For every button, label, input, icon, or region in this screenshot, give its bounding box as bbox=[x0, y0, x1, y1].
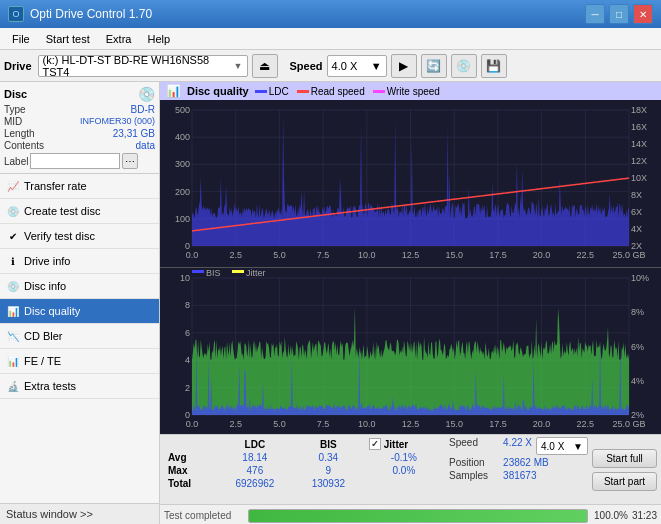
nav-items: 📈 Transfer rate 💿 Create test disc ✔ Ver… bbox=[0, 174, 159, 503]
avg-bis: 0.34 bbox=[294, 451, 363, 464]
position-value: 23862 MB bbox=[503, 457, 549, 468]
nav-disc-quality[interactable]: 📊 Disc quality bbox=[0, 299, 159, 324]
charts-wrapper bbox=[160, 100, 661, 434]
tool-icon-1[interactable]: 🔄 bbox=[421, 54, 447, 78]
legend-ldc: LDC bbox=[255, 86, 289, 97]
app-title: Opti Drive Control 1.70 bbox=[30, 7, 152, 21]
stats-bar: LDC BIS Jitter Avg 18.14 0.34 bbox=[160, 434, 661, 504]
menu-help[interactable]: Help bbox=[139, 31, 178, 47]
speed-selector[interactable]: 4.0 X ▼ bbox=[327, 55, 387, 77]
title-bar: O Opti Drive Control 1.70 ─ □ ✕ bbox=[0, 0, 661, 28]
nav-cd-bler[interactable]: 📉 CD Bler bbox=[0, 324, 159, 349]
stats-speed-select-value: 4.0 X bbox=[541, 441, 564, 452]
nav-disc-quality-label: Disc quality bbox=[24, 305, 80, 317]
cd-bler-icon: 📉 bbox=[6, 329, 20, 343]
speed-row: Speed 4.22 X 4.0 X ▼ bbox=[449, 437, 588, 455]
drive-info-icon: ℹ bbox=[6, 254, 20, 268]
status-window-button[interactable]: Status window >> bbox=[0, 503, 159, 524]
speed-dropdown-arrow: ▼ bbox=[371, 60, 382, 72]
bottom-chart bbox=[160, 267, 661, 435]
stats-avg-row: Avg 18.14 0.34 -0.1% bbox=[164, 451, 445, 464]
disc-quality-icon: 📊 bbox=[6, 304, 20, 318]
total-bis: 130932 bbox=[294, 477, 363, 490]
legend-write-speed-dot bbox=[373, 90, 385, 93]
progress-percent: 100.0% bbox=[592, 510, 628, 521]
nav-fe-te-label: FE / TE bbox=[24, 355, 61, 367]
total-jitter bbox=[363, 477, 445, 490]
stats-col-bis: BIS bbox=[294, 437, 363, 451]
status-text: Test completed bbox=[164, 510, 244, 521]
nav-create-test-disc[interactable]: 💿 Create test disc bbox=[0, 199, 159, 224]
eject-button[interactable]: ⏏ bbox=[252, 54, 278, 78]
stats-speed-dropdown-arrow: ▼ bbox=[573, 441, 583, 452]
position-label: Position bbox=[449, 457, 499, 468]
jitter-checkbox[interactable] bbox=[369, 438, 381, 450]
nav-verify-test-disc[interactable]: ✔ Verify test disc bbox=[0, 224, 159, 249]
legend-ldc-label: LDC bbox=[269, 86, 289, 97]
disc-label-row: Label ⋯ bbox=[4, 153, 155, 169]
total-ldc: 6926962 bbox=[216, 477, 294, 490]
start-part-button[interactable]: Start part bbox=[592, 472, 657, 491]
status-window-label: Status window >> bbox=[6, 508, 93, 520]
progress-bar bbox=[248, 509, 588, 523]
main-content: Disc 💿 Type BD-R MID INFOMER30 (000) Len… bbox=[0, 82, 661, 524]
extra-tests-icon: 🔬 bbox=[6, 379, 20, 393]
disc-label-button[interactable]: ⋯ bbox=[122, 153, 138, 169]
bottom-chart-canvas bbox=[160, 268, 661, 435]
nav-transfer-rate[interactable]: 📈 Transfer rate bbox=[0, 174, 159, 199]
samples-row: Samples 381673 bbox=[449, 470, 588, 481]
drive-selector[interactable]: (k:) HL-DT-ST BD-RE WH16NS58 TST4 ▼ bbox=[38, 55, 248, 77]
menu-file[interactable]: File bbox=[4, 31, 38, 47]
disc-label-input[interactable] bbox=[30, 153, 120, 169]
save-button[interactable]: 💾 bbox=[481, 54, 507, 78]
menu-start-test[interactable]: Start test bbox=[38, 31, 98, 47]
max-ldc: 476 bbox=[216, 464, 294, 477]
drive-dropdown-arrow: ▼ bbox=[234, 61, 243, 71]
menu-bar: File Start test Extra Help bbox=[0, 28, 661, 50]
legend-ldc-dot bbox=[255, 90, 267, 93]
stats-speed-selector[interactable]: 4.0 X ▼ bbox=[536, 437, 588, 455]
disc-mid-row: MID INFOMER30 (000) bbox=[4, 116, 155, 127]
jitter-label: Jitter bbox=[384, 439, 408, 450]
tool-icon-2[interactable]: 💿 bbox=[451, 54, 477, 78]
stats-col-ldc: LDC bbox=[216, 437, 294, 451]
nav-create-test-disc-label: Create test disc bbox=[24, 205, 100, 217]
chart-header-icon: 📊 bbox=[166, 84, 181, 98]
start-full-button[interactable]: Start full bbox=[592, 449, 657, 468]
nav-extra-tests-label: Extra tests bbox=[24, 380, 76, 392]
drive-label: Drive bbox=[4, 60, 32, 72]
legend-write-speed-label: Write speed bbox=[387, 86, 440, 97]
stats-table: LDC BIS Jitter Avg 18.14 0.34 bbox=[164, 437, 445, 502]
max-bis: 9 bbox=[294, 464, 363, 477]
maximize-button[interactable]: □ bbox=[609, 4, 629, 24]
nav-fe-te[interactable]: 📊 FE / TE bbox=[0, 349, 159, 374]
nav-disc-info[interactable]: 💿 Disc info bbox=[0, 274, 159, 299]
disc-type-value: BD-R bbox=[131, 104, 155, 115]
disc-info-icon: 💿 bbox=[6, 279, 20, 293]
play-button[interactable]: ▶ bbox=[391, 54, 417, 78]
drive-value: (k:) HL-DT-ST BD-RE WH16NS58 TST4 bbox=[43, 54, 234, 78]
legend-read-speed-dot bbox=[297, 90, 309, 93]
stats-col-empty bbox=[164, 437, 216, 451]
progress-time: 31:23 bbox=[632, 510, 657, 521]
samples-label: Samples bbox=[449, 470, 499, 481]
total-label: Total bbox=[164, 477, 216, 490]
app-icon: O bbox=[8, 6, 24, 22]
fe-te-icon: 📊 bbox=[6, 354, 20, 368]
minimize-button[interactable]: ─ bbox=[585, 4, 605, 24]
disc-title: Disc bbox=[4, 88, 27, 100]
close-button[interactable]: ✕ bbox=[633, 4, 653, 24]
legend-write-speed: Write speed bbox=[373, 86, 440, 97]
action-buttons: Start full Start part bbox=[592, 437, 657, 502]
avg-label: Avg bbox=[164, 451, 216, 464]
nav-drive-info[interactable]: ℹ Drive info bbox=[0, 249, 159, 274]
position-row: Position 23862 MB bbox=[449, 457, 588, 468]
nav-disc-info-label: Disc info bbox=[24, 280, 66, 292]
stats-total-row: Total 6926962 130932 bbox=[164, 477, 445, 490]
nav-drive-info-label: Drive info bbox=[24, 255, 70, 267]
nav-extra-tests[interactable]: 🔬 Extra tests bbox=[0, 374, 159, 399]
nav-transfer-rate-label: Transfer rate bbox=[24, 180, 87, 192]
menu-extra[interactable]: Extra bbox=[98, 31, 140, 47]
disc-panel: Disc 💿 Type BD-R MID INFOMER30 (000) Len… bbox=[0, 82, 159, 174]
progress-section: Test completed 100.0% 31:23 bbox=[160, 504, 661, 524]
